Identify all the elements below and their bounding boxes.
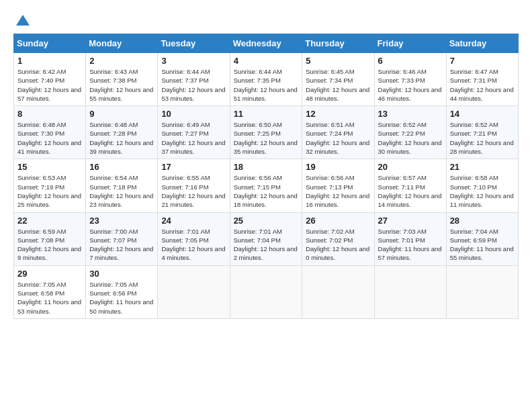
calendar-cell: 10Sunrise: 6:49 AMSunset: 7:27 PMDayligh… [158,106,230,159]
day-number: 3 [161,56,226,66]
calendar-cell: 12Sunrise: 6:51 AMSunset: 7:24 PMDayligh… [302,106,374,159]
day-info: Sunrise: 6:58 AMSunset: 7:10 PMDaylight:… [450,173,515,209]
day-info: Sunrise: 6:45 AMSunset: 7:34 PMDaylight:… [306,67,370,103]
day-info: Sunrise: 7:00 AMSunset: 7:07 PMDaylight:… [89,227,154,263]
day-number: 18 [234,162,299,172]
day-number: 13 [378,109,443,119]
day-number: 7 [450,56,515,66]
calendar-header-row: SundayMondayTuesdayWednesdayThursdayFrid… [14,34,519,53]
day-number: 28 [450,216,515,226]
day-info: Sunrise: 6:56 AMSunset: 7:13 PMDaylight:… [306,173,370,209]
day-info: Sunrise: 7:02 AMSunset: 7:02 PMDaylight:… [306,227,370,263]
day-info: Sunrise: 6:54 AMSunset: 7:18 PMDaylight:… [89,173,154,209]
calendar-cell: 22Sunrise: 6:59 AMSunset: 7:08 PMDayligh… [14,212,86,265]
day-info: Sunrise: 6:49 AMSunset: 7:27 PMDaylight:… [161,120,226,156]
day-info: Sunrise: 6:46 AMSunset: 7:33 PMDaylight:… [378,67,443,103]
day-info: Sunrise: 7:03 AMSunset: 7:01 PMDaylight:… [378,227,443,263]
calendar-cell: 20Sunrise: 6:57 AMSunset: 7:11 PMDayligh… [374,159,446,212]
day-info: Sunrise: 6:44 AMSunset: 7:35 PMDaylight:… [234,67,299,103]
calendar-cell: 1Sunrise: 6:42 AMSunset: 7:40 PMDaylight… [14,53,86,106]
day-info: Sunrise: 6:52 AMSunset: 7:21 PMDaylight:… [450,120,515,156]
calendar-cell: 17Sunrise: 6:55 AMSunset: 7:16 PMDayligh… [158,159,230,212]
page-header [13,13,519,27]
day-number: 29 [17,269,82,279]
calendar-cell: 8Sunrise: 6:48 AMSunset: 7:30 PMDaylight… [14,106,86,159]
day-number: 4 [234,56,299,66]
day-info: Sunrise: 6:44 AMSunset: 7:37 PMDaylight:… [161,67,226,103]
day-info: Sunrise: 7:01 AMSunset: 7:05 PMDaylight:… [161,227,226,263]
day-info: Sunrise: 6:50 AMSunset: 7:25 PMDaylight:… [234,120,299,156]
day-info: Sunrise: 6:53 AMSunset: 7:19 PMDaylight:… [17,173,82,209]
calendar-week-row: 22Sunrise: 6:59 AMSunset: 7:08 PMDayligh… [14,212,519,265]
logo-icon [15,13,31,30]
calendar-week-row: 15Sunrise: 6:53 AMSunset: 7:19 PMDayligh… [14,159,519,212]
calendar-cell: 5Sunrise: 6:45 AMSunset: 7:34 PMDaylight… [302,53,374,106]
calendar-cell [374,265,446,318]
svg-marker-0 [16,15,30,26]
day-info: Sunrise: 7:04 AMSunset: 6:59 PMDaylight:… [450,227,515,263]
calendar-cell: 29Sunrise: 7:05 AMSunset: 6:58 PMDayligh… [14,265,86,318]
calendar-cell [446,265,518,318]
day-number: 12 [306,109,370,119]
calendar-cell: 28Sunrise: 7:04 AMSunset: 6:59 PMDayligh… [446,212,518,265]
day-number: 1 [17,56,82,66]
weekday-header-saturday: Saturday [446,34,518,53]
day-info: Sunrise: 6:42 AMSunset: 7:40 PMDaylight:… [17,67,82,103]
calendar-cell: 6Sunrise: 6:46 AMSunset: 7:33 PMDaylight… [374,53,446,106]
day-number: 20 [378,162,443,172]
calendar-cell: 15Sunrise: 6:53 AMSunset: 7:19 PMDayligh… [14,159,86,212]
day-info: Sunrise: 6:57 AMSunset: 7:11 PMDaylight:… [378,173,443,209]
day-info: Sunrise: 6:43 AMSunset: 7:38 PMDaylight:… [89,67,154,103]
calendar-week-row: 1Sunrise: 6:42 AMSunset: 7:40 PMDaylight… [14,53,519,106]
day-info: Sunrise: 6:48 AMSunset: 7:28 PMDaylight:… [89,120,154,156]
day-number: 16 [89,162,154,172]
day-info: Sunrise: 6:56 AMSunset: 7:15 PMDaylight:… [234,173,299,209]
day-number: 11 [234,109,299,119]
day-info: Sunrise: 7:05 AMSunset: 6:58 PMDaylight:… [17,280,82,316]
calendar-cell: 14Sunrise: 6:52 AMSunset: 7:21 PMDayligh… [446,106,518,159]
day-number: 23 [89,216,154,226]
day-info: Sunrise: 6:59 AMSunset: 7:08 PMDaylight:… [17,227,82,263]
day-info: Sunrise: 6:52 AMSunset: 7:22 PMDaylight:… [378,120,443,156]
calendar-cell: 11Sunrise: 6:50 AMSunset: 7:25 PMDayligh… [230,106,302,159]
calendar-cell [158,265,230,318]
calendar-cell: 7Sunrise: 6:47 AMSunset: 7:31 PMDaylight… [446,53,518,106]
calendar-cell: 2Sunrise: 6:43 AMSunset: 7:38 PMDaylight… [86,53,158,106]
calendar-cell: 19Sunrise: 6:56 AMSunset: 7:13 PMDayligh… [302,159,374,212]
calendar-cell: 25Sunrise: 7:01 AMSunset: 7:04 PMDayligh… [230,212,302,265]
calendar-cell: 16Sunrise: 6:54 AMSunset: 7:18 PMDayligh… [86,159,158,212]
calendar-cell: 9Sunrise: 6:48 AMSunset: 7:28 PMDaylight… [86,106,158,159]
day-number: 17 [161,162,226,172]
day-number: 21 [450,162,515,172]
weekday-header-monday: Monday [86,34,158,53]
calendar-cell: 27Sunrise: 7:03 AMSunset: 7:01 PMDayligh… [374,212,446,265]
calendar-cell: 13Sunrise: 6:52 AMSunset: 7:22 PMDayligh… [374,106,446,159]
day-number: 6 [378,56,443,66]
day-number: 10 [161,109,226,119]
calendar-cell: 3Sunrise: 6:44 AMSunset: 7:37 PMDaylight… [158,53,230,106]
day-number: 19 [306,162,370,172]
day-info: Sunrise: 7:05 AMSunset: 6:56 PMDaylight:… [89,280,154,316]
day-number: 27 [378,216,443,226]
day-number: 2 [89,56,154,66]
day-number: 15 [17,162,82,172]
calendar-cell: 21Sunrise: 6:58 AMSunset: 7:10 PMDayligh… [446,159,518,212]
day-info: Sunrise: 6:48 AMSunset: 7:30 PMDaylight:… [17,120,82,156]
calendar-cell: 4Sunrise: 6:44 AMSunset: 7:35 PMDaylight… [230,53,302,106]
calendar-cell: 26Sunrise: 7:02 AMSunset: 7:02 PMDayligh… [302,212,374,265]
weekday-header-wednesday: Wednesday [230,34,302,53]
day-info: Sunrise: 7:01 AMSunset: 7:04 PMDaylight:… [234,227,299,263]
day-number: 22 [17,216,82,226]
calendar-cell: 18Sunrise: 6:56 AMSunset: 7:15 PMDayligh… [230,159,302,212]
day-info: Sunrise: 6:47 AMSunset: 7:31 PMDaylight:… [450,67,515,103]
calendar-cell: 23Sunrise: 7:00 AMSunset: 7:07 PMDayligh… [86,212,158,265]
calendar-table: SundayMondayTuesdayWednesdayThursdayFrid… [13,34,519,319]
weekday-header-thursday: Thursday [302,34,374,53]
day-number: 24 [161,216,226,226]
day-number: 8 [17,109,82,119]
calendar-week-row: 29Sunrise: 7:05 AMSunset: 6:58 PMDayligh… [14,265,519,318]
day-number: 14 [450,109,515,119]
weekday-header-sunday: Sunday [14,34,86,53]
day-number: 26 [306,216,370,226]
calendar-cell: 24Sunrise: 7:01 AMSunset: 7:05 PMDayligh… [158,212,230,265]
